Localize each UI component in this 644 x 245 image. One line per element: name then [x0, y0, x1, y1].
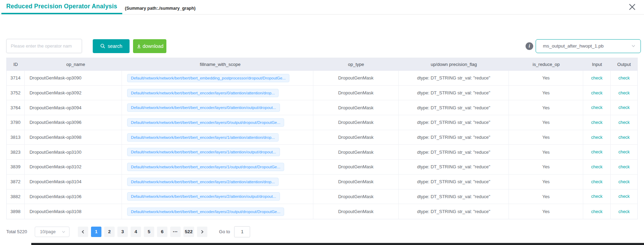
- scope-tag[interactable]: Default/network/network/bert/bert/bert_e…: [127, 118, 284, 127]
- input-check-link[interactable]: check: [591, 164, 603, 169]
- cell-id: 3882: [7, 189, 25, 204]
- cell-scope: Default/network/network/bert/bert/bert_e…: [122, 100, 313, 115]
- page-size-value: 10/page: [40, 229, 56, 234]
- page-button-2[interactable]: 2: [104, 227, 115, 237]
- input-check-link[interactable]: check: [591, 91, 603, 95]
- output-check-link[interactable]: check: [618, 91, 630, 95]
- cell-is-reduce-op: Yes: [509, 189, 583, 204]
- scope-tag[interactable]: Default/network/network/bert/bert/bert_e…: [127, 74, 290, 82]
- table-row: 3813 DropoutGenMask-op3098 Default/netwo…: [7, 130, 637, 145]
- output-check-link[interactable]: check: [618, 120, 630, 125]
- magnifier-icon: [100, 43, 106, 49]
- cell-op-type: DropoutGenMask: [313, 86, 399, 100]
- input-check-link[interactable]: check: [591, 135, 603, 140]
- output-check-link[interactable]: check: [618, 164, 630, 169]
- cell-scope: Default/network/network/bert/bert/bert_e…: [122, 115, 313, 130]
- goto-page: Go to: [219, 226, 250, 237]
- cell-op-name: DropoutGenMask-op3098: [25, 130, 122, 145]
- table-row: 3752 DropoutGenMask-op3092 Default/netwo…: [7, 86, 637, 101]
- download-button[interactable]: download: [133, 39, 166, 53]
- next-page-button[interactable]: [197, 227, 207, 237]
- cell-op-name: DropoutGenMask-op3090: [25, 71, 122, 85]
- search-button[interactable]: search: [93, 39, 130, 53]
- cell-precision-flag: dtype: DT_STRING str_val: "reduce": [399, 204, 509, 219]
- page-size-select[interactable]: 10/page: [35, 227, 69, 237]
- scope-tag[interactable]: Default/network/network/bert/bert/bert_e…: [127, 192, 280, 201]
- cell-precision-flag: dtype: DT_STRING str_val: "reduce": [399, 160, 509, 174]
- output-check-link[interactable]: check: [618, 179, 630, 184]
- page-button-4[interactable]: 4: [131, 227, 141, 237]
- total-count-label: Total 5220: [6, 229, 27, 234]
- top-bar: Reduced Precision Operator Analysis (Sum…: [0, 0, 644, 15]
- bottom-scrollbar[interactable]: [31, 243, 644, 245]
- page-button-5[interactable]: 5: [144, 227, 154, 237]
- output-check-link[interactable]: check: [618, 105, 630, 110]
- cell-precision-flag: dtype: DT_STRING str_val: "reduce": [399, 145, 509, 159]
- page-button-3[interactable]: 3: [117, 227, 128, 237]
- goto-page-input[interactable]: [234, 226, 250, 237]
- cell-precision-flag: dtype: DT_STRING str_val: "reduce": [399, 189, 509, 204]
- cell-is-reduce-op: Yes: [509, 71, 583, 85]
- scope-tag[interactable]: Default/network/network/bert/bert/bert_e…: [127, 208, 284, 216]
- cell-precision-flag: dtype: DT_STRING str_val: "reduce": [399, 130, 509, 145]
- tab-reduced-precision-analysis[interactable]: Reduced Precision Operator Analysis: [1, 0, 122, 14]
- operator-search-input[interactable]: [6, 39, 82, 53]
- column-header-precision-flag: up/down precision_flag: [399, 62, 509, 67]
- toolbar: search download i ms_output_after_hwopt_…: [0, 39, 644, 53]
- cell-op-name: DropoutGenMask-op3096: [25, 115, 122, 130]
- prev-page-button[interactable]: [78, 227, 88, 237]
- cell-precision-flag: dtype: DT_STRING str_val: "reduce": [399, 71, 509, 85]
- cell-id: 3752: [7, 86, 25, 100]
- page-button-522[interactable]: 522: [183, 227, 194, 237]
- close-button[interactable]: [628, 3, 636, 11]
- output-check-link[interactable]: check: [618, 150, 630, 154]
- info-icon[interactable]: i: [526, 42, 533, 50]
- operator-table: ID op_name fillname_with_scope op_type u…: [6, 58, 638, 219]
- input-check-link[interactable]: check: [591, 194, 603, 199]
- graph-file-select[interactable]: ms_output_after_hwopt_1.pb: [536, 39, 641, 53]
- cell-op-type: DropoutGenMask: [313, 160, 399, 174]
- input-check-link[interactable]: check: [591, 105, 603, 110]
- cell-op-type: DropoutGenMask: [313, 130, 399, 145]
- cell-scope: Default/network/network/bert/bert/bert_e…: [122, 160, 313, 174]
- output-check-link[interactable]: check: [618, 194, 630, 199]
- input-check-link[interactable]: check: [591, 150, 603, 154]
- scope-tag[interactable]: Default/network/network/bert/bert/bert_e…: [127, 89, 279, 97]
- scope-tag[interactable]: Default/network/network/bert/bert/bert_e…: [127, 148, 280, 156]
- output-check-link[interactable]: check: [618, 209, 630, 214]
- cell-id: 3780: [7, 115, 25, 130]
- column-header-op-name: op_name: [25, 62, 122, 67]
- pager: 123456•••522: [78, 227, 207, 237]
- page-title: Reduced Precision Operator Analysis: [6, 3, 117, 10]
- page-button-6[interactable]: 6: [157, 227, 167, 237]
- cell-scope: Default/network/network/bert/bert/bert_e…: [122, 189, 313, 204]
- scope-tag[interactable]: Default/network/network/bert/bert/bert_e…: [127, 103, 280, 112]
- ellipsis-page-button[interactable]: •••: [170, 227, 181, 237]
- cell-op-name: DropoutGenMask-op3094: [25, 100, 122, 115]
- input-check-link[interactable]: check: [591, 76, 603, 81]
- input-check-link[interactable]: check: [591, 120, 603, 125]
- cell-id: 3898: [7, 204, 25, 219]
- column-header-input: Input: [583, 62, 611, 67]
- scope-tag[interactable]: Default/network/network/bert/bert/bert_e…: [127, 163, 284, 171]
- scope-tag[interactable]: Default/network/network/bert/bert/bert_e…: [127, 178, 279, 186]
- cell-op-type: DropoutGenMask: [313, 71, 399, 85]
- output-check-link[interactable]: check: [618, 76, 630, 81]
- scope-tag[interactable]: Default/network/network/bert/bert/bert_e…: [127, 133, 279, 142]
- column-header-output: Output: [611, 62, 637, 67]
- page-button-1[interactable]: 1: [91, 227, 101, 237]
- output-check-link[interactable]: check: [618, 135, 630, 140]
- cell-op-name: DropoutGenMask-op3108: [25, 204, 122, 219]
- cell-scope: Default/network/network/bert/bert/bert_e…: [122, 86, 313, 100]
- input-check-link[interactable]: check: [591, 179, 603, 184]
- cell-scope: Default/network/network/bert/bert/bert_e…: [122, 130, 313, 145]
- table-row: 3714 DropoutGenMask-op3090 Default/netwo…: [7, 71, 637, 86]
- input-check-link[interactable]: check: [591, 209, 603, 214]
- cell-is-reduce-op: Yes: [509, 204, 583, 219]
- cell-is-reduce-op: Yes: [509, 100, 583, 115]
- goto-label: Go to: [219, 229, 230, 234]
- table-row: 3823 DropoutGenMask-op3100 Default/netwo…: [7, 145, 637, 160]
- cell-id: 3813: [7, 130, 25, 145]
- table-row: 3882 DropoutGenMask-op3106 Default/netwo…: [7, 189, 637, 204]
- toolbar-right-controls: i ms_output_after_hwopt_1.pb: [526, 39, 641, 53]
